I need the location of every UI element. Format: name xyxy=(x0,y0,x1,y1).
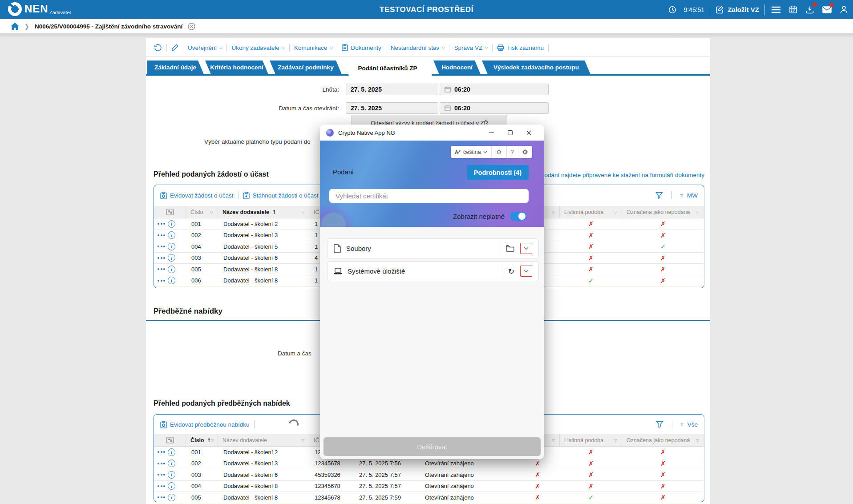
row-actions-icon[interactable] xyxy=(158,246,165,247)
breadcrumb: ❯ N006/25/V00004995 - Zajištění závodníh… xyxy=(0,19,853,33)
close-button[interactable] xyxy=(519,126,538,139)
view-selector[interactable]: Vše xyxy=(687,421,698,428)
header-listinna-podoba[interactable]: Listinná podoba▽ xyxy=(560,434,622,447)
tab-vysledek-zadavaciho-postupu[interactable]: Výsledek zadávacího postupu xyxy=(482,60,590,74)
mail-icon[interactable] xyxy=(821,4,833,16)
info-icon[interactable]: i xyxy=(168,254,175,262)
menu-uverejneni[interactable]: Uveřejnění▽ xyxy=(183,44,226,51)
theme-button[interactable] xyxy=(492,146,507,158)
filter-icon[interactable] xyxy=(655,192,663,199)
prelim-datetime-label: Datum a čas xyxy=(278,350,311,357)
menu-icon[interactable] xyxy=(770,4,782,16)
header-cislo[interactable]: Číslo↑▽ xyxy=(186,434,218,447)
row-actions-icon[interactable] xyxy=(158,223,165,225)
header-nazev-dodavatele[interactable]: Název dodavatele▽ xyxy=(218,434,309,447)
register-prelim-bid-button[interactable]: Evidovat předběžnou nabídku xyxy=(160,421,250,428)
menu-sprava-vz[interactable]: Správa VZ▽ xyxy=(449,44,492,51)
home-icon[interactable] xyxy=(11,23,19,30)
settings-button[interactable]: ⚙ xyxy=(518,146,532,158)
row-actions-icon[interactable] xyxy=(158,463,165,464)
row-actions-icon[interactable] xyxy=(158,451,165,453)
header-cislo[interactable]: Číslo▽ xyxy=(186,206,218,218)
row-actions-icon[interactable] xyxy=(158,485,165,487)
breadcrumb-item[interactable]: N006/25/V00004995 - Zajištění závodního … xyxy=(35,23,182,30)
row-actions-icon[interactable] xyxy=(158,280,165,282)
language-selector[interactable]: A čeština xyxy=(451,146,492,158)
menu-nestandardni-stav[interactable]: Nestandardní stav▽ xyxy=(386,44,449,51)
edit-record-button[interactable] xyxy=(167,44,183,51)
clipboard-gear-icon xyxy=(160,192,167,199)
menu-tisk-zaznamu[interactable]: Tisk záznamu xyxy=(493,44,548,51)
column-chooser-header[interactable] xyxy=(154,206,186,218)
download-requests-button[interactable]: Stáhnout žádosti o účast xyxy=(243,192,319,199)
system-store-expand-button[interactable] xyxy=(520,266,532,277)
tab-zadavaci-podminky[interactable]: Zadávací podmínky xyxy=(270,60,342,74)
menu-dokumenty[interactable]: Dokumenty xyxy=(337,44,385,51)
info-icon[interactable]: i xyxy=(168,482,175,490)
info-icon[interactable]: i xyxy=(168,231,175,239)
clipboard-icon xyxy=(342,44,348,51)
show-invalid-toggle[interactable] xyxy=(510,212,526,221)
view-caret-icon[interactable]: ▽ xyxy=(680,194,683,198)
user-icon[interactable] xyxy=(838,4,849,16)
info-icon[interactable]: i xyxy=(168,448,175,456)
view-selector[interactable]: MW xyxy=(687,192,698,199)
menu-komunikace[interactable]: Komunikace▽ xyxy=(290,44,337,51)
help-button[interactable]: ? xyxy=(507,146,518,158)
reload-icon[interactable]: ↻ xyxy=(508,267,514,276)
menu-ukony-zadavatele[interactable]: Úkony zadavatele▽ xyxy=(227,44,289,51)
info-icon[interactable]: i xyxy=(168,471,175,479)
info-icon[interactable]: i xyxy=(168,220,175,228)
view-caret-icon[interactable]: ▽ xyxy=(681,423,683,427)
header-nazev-dodavatele[interactable]: Název dodavatele↑▽ xyxy=(218,206,309,218)
create-vz-button[interactable]: Založit VZ xyxy=(716,5,759,14)
row-actions-icon[interactable] xyxy=(158,257,165,259)
close-record-icon[interactable] xyxy=(188,23,195,30)
deadline-date-field[interactable]: 27. 5. 2025 xyxy=(346,84,438,95)
tab-zakladni-udaje[interactable]: Základní údaje xyxy=(147,60,204,74)
requests-note-link[interactable]: podání najdete připravené ke stažení na … xyxy=(541,172,704,178)
dialog-titlebar[interactable]: Crypto Native App NG xyxy=(320,125,544,141)
header-oznacena-nepodana[interactable]: Označena jako nepodaná▽ xyxy=(622,206,704,218)
opening-date-field[interactable]: 27. 5. 2025 xyxy=(346,102,438,114)
row-actions-icon[interactable] xyxy=(158,268,165,270)
header-listinna-podoba[interactable]: Listinná podoba▽ xyxy=(560,206,622,218)
refresh-icon xyxy=(154,44,162,52)
opening-time-field[interactable]: 06:20 xyxy=(440,102,549,114)
tab-kriteria-hodnoceni[interactable]: Kritéria hodnocení xyxy=(205,60,268,74)
deadline-time-field[interactable]: 06:20 xyxy=(440,84,549,95)
open-folder-icon[interactable] xyxy=(506,245,514,252)
minimize-button[interactable] xyxy=(482,126,501,139)
chevron-down-icon: ▽ xyxy=(330,46,332,50)
files-expand-button[interactable] xyxy=(520,243,532,254)
calendar-icon[interactable] xyxy=(787,4,799,16)
row-actions-icon[interactable] xyxy=(158,474,165,476)
row-actions-icon[interactable] xyxy=(158,234,165,236)
tab-hodnoceni[interactable]: Hodnocení xyxy=(433,60,481,74)
row-actions-icon[interactable] xyxy=(158,496,165,498)
filter-icon[interactable] xyxy=(656,421,663,428)
decrypt-button[interactable]: Dešifrovat xyxy=(323,437,541,456)
tab-podani-ucastniku-zp[interactable]: Podání účastníků ZP xyxy=(343,60,432,76)
info-icon[interactable]: i xyxy=(168,243,175,250)
info-icon[interactable]: i xyxy=(168,277,175,284)
chevron-down-icon xyxy=(524,247,529,250)
header-oznacena-nepodana[interactable]: Označena jako nepodaná▽ xyxy=(622,434,704,447)
details-button[interactable]: Podrobnosti (4) xyxy=(467,165,529,180)
requests-panel-tools: ▽ MW xyxy=(655,191,698,199)
topbar-separator xyxy=(710,4,710,15)
dialog-toolbar: A čeština ? ⚙ xyxy=(451,146,532,158)
files-source-row[interactable]: Soubory xyxy=(327,238,539,258)
refresh-button[interactable] xyxy=(150,44,166,52)
register-request-button[interactable]: Evidovat žádost o účast xyxy=(160,192,234,199)
system-store-row[interactable]: Systémové úložiště ↻ xyxy=(327,261,539,281)
info-icon[interactable]: i xyxy=(168,266,175,273)
info-icon[interactable]: i xyxy=(168,460,175,467)
downloads-icon[interactable] xyxy=(804,4,816,16)
maximize-button[interactable] xyxy=(501,126,519,139)
certificate-search-input[interactable] xyxy=(329,189,529,203)
topbar-separator xyxy=(764,4,765,15)
application-window: NEN Zadavatel TESTOVACÍ PROSTŘEDÍ 9:45:5… xyxy=(0,0,853,504)
info-icon[interactable]: i xyxy=(168,494,175,501)
column-chooser-header[interactable] xyxy=(154,434,186,447)
